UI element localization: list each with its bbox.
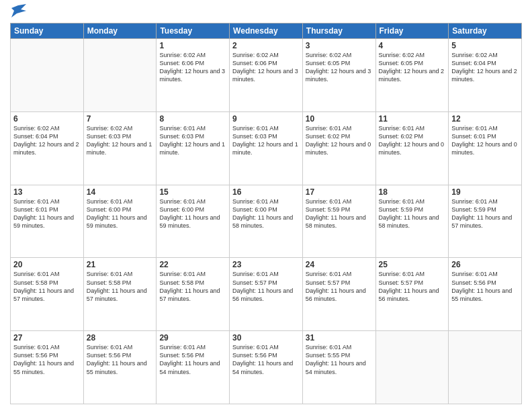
calendar-cell: 26Sunrise: 6:01 AM Sunset: 5:56 PM Dayli… bbox=[449, 258, 522, 331]
calendar-cell: 14Sunrise: 6:01 AM Sunset: 6:00 PM Dayli… bbox=[83, 185, 157, 258]
day-info: Sunrise: 6:01 AM Sunset: 5:56 PM Dayligh… bbox=[451, 270, 519, 303]
day-number: 24 bbox=[306, 260, 373, 269]
weekday-header: Sunday bbox=[11, 24, 84, 39]
day-number: 10 bbox=[306, 114, 373, 124]
day-info: Sunrise: 6:02 AM Sunset: 6:06 PM Dayligh… bbox=[232, 51, 300, 84]
day-info: Sunrise: 6:02 AM Sunset: 6:04 PM Dayligh… bbox=[451, 51, 519, 84]
day-number: 2 bbox=[232, 41, 300, 50]
page: SundayMondayTuesdayWednesdayThursdayFrid… bbox=[0, 0, 532, 411]
weekday-header: Friday bbox=[375, 24, 449, 39]
calendar-cell: 19Sunrise: 6:01 AM Sunset: 5:59 PM Dayli… bbox=[449, 185, 522, 258]
day-info: Sunrise: 6:02 AM Sunset: 6:06 PM Dayligh… bbox=[159, 51, 226, 84]
day-number: 30 bbox=[232, 333, 300, 342]
weekday-header: Tuesday bbox=[157, 24, 230, 39]
day-number: 13 bbox=[13, 187, 81, 197]
day-number: 15 bbox=[159, 187, 226, 197]
day-number: 9 bbox=[232, 114, 300, 124]
day-info: Sunrise: 6:01 AM Sunset: 5:56 PM Dayligh… bbox=[87, 343, 154, 376]
calendar-cell bbox=[375, 331, 449, 404]
weekday-header: Thursday bbox=[302, 24, 375, 39]
day-info: Sunrise: 6:02 AM Sunset: 6:05 PM Dayligh… bbox=[379, 51, 446, 84]
weekday-header: Monday bbox=[83, 24, 157, 39]
calendar-header-row: SundayMondayTuesdayWednesdayThursdayFrid… bbox=[11, 24, 522, 39]
day-info: Sunrise: 6:02 AM Sunset: 6:05 PM Dayligh… bbox=[306, 51, 373, 84]
day-info: Sunrise: 6:01 AM Sunset: 5:59 PM Dayligh… bbox=[451, 197, 519, 230]
day-number: 27 bbox=[13, 333, 81, 342]
day-number: 28 bbox=[87, 333, 154, 342]
calendar-week-row: 20Sunrise: 6:01 AM Sunset: 5:58 PM Dayli… bbox=[11, 258, 522, 331]
day-number: 8 bbox=[159, 114, 226, 124]
day-info: Sunrise: 6:01 AM Sunset: 5:57 PM Dayligh… bbox=[379, 270, 446, 303]
calendar-cell: 21Sunrise: 6:01 AM Sunset: 5:58 PM Dayli… bbox=[83, 258, 157, 331]
day-number: 23 bbox=[232, 260, 300, 269]
calendar-cell: 13Sunrise: 6:01 AM Sunset: 6:01 PM Dayli… bbox=[11, 185, 84, 258]
day-info: Sunrise: 6:02 AM Sunset: 6:03 PM Dayligh… bbox=[87, 124, 154, 157]
day-number: 5 bbox=[451, 41, 519, 50]
calendar-cell: 11Sunrise: 6:01 AM Sunset: 6:02 PM Dayli… bbox=[375, 111, 449, 185]
day-number: 26 bbox=[451, 260, 519, 269]
day-info: Sunrise: 6:01 AM Sunset: 5:59 PM Dayligh… bbox=[306, 197, 373, 230]
day-number: 22 bbox=[159, 260, 226, 269]
calendar-cell: 1Sunrise: 6:02 AM Sunset: 6:06 PM Daylig… bbox=[157, 39, 230, 112]
calendar-cell: 5Sunrise: 6:02 AM Sunset: 6:04 PM Daylig… bbox=[449, 39, 522, 112]
weekday-header: Wednesday bbox=[230, 24, 303, 39]
day-info: Sunrise: 6:01 AM Sunset: 5:58 PM Dayligh… bbox=[159, 270, 226, 303]
day-info: Sunrise: 6:02 AM Sunset: 6:04 PM Dayligh… bbox=[13, 124, 81, 157]
day-number: 4 bbox=[379, 41, 446, 50]
calendar-week-row: 27Sunrise: 6:01 AM Sunset: 5:56 PM Dayli… bbox=[11, 331, 522, 404]
calendar-cell: 22Sunrise: 6:01 AM Sunset: 5:58 PM Dayli… bbox=[157, 258, 230, 331]
calendar-table: SundayMondayTuesdayWednesdayThursdayFrid… bbox=[10, 23, 522, 404]
calendar-cell: 10Sunrise: 6:01 AM Sunset: 6:02 PM Dayli… bbox=[302, 111, 375, 185]
day-info: Sunrise: 6:01 AM Sunset: 5:55 PM Dayligh… bbox=[306, 343, 373, 376]
day-info: Sunrise: 6:01 AM Sunset: 6:03 PM Dayligh… bbox=[232, 124, 300, 157]
day-info: Sunrise: 6:01 AM Sunset: 5:56 PM Dayligh… bbox=[159, 343, 226, 376]
calendar-cell bbox=[11, 39, 84, 112]
day-number: 19 bbox=[451, 187, 519, 197]
calendar-cell bbox=[449, 331, 522, 404]
calendar-cell: 3Sunrise: 6:02 AM Sunset: 6:05 PM Daylig… bbox=[302, 39, 375, 112]
calendar-week-row: 6Sunrise: 6:02 AM Sunset: 6:04 PM Daylig… bbox=[11, 111, 522, 185]
calendar-cell: 27Sunrise: 6:01 AM Sunset: 5:56 PM Dayli… bbox=[11, 331, 84, 404]
day-number: 17 bbox=[306, 187, 373, 197]
calendar-week-row: 13Sunrise: 6:01 AM Sunset: 6:01 PM Dayli… bbox=[11, 185, 522, 258]
day-info: Sunrise: 6:01 AM Sunset: 6:02 PM Dayligh… bbox=[379, 124, 446, 157]
calendar-cell: 30Sunrise: 6:01 AM Sunset: 5:56 PM Dayli… bbox=[230, 331, 303, 404]
day-number: 31 bbox=[306, 333, 373, 342]
day-info: Sunrise: 6:01 AM Sunset: 5:57 PM Dayligh… bbox=[232, 270, 300, 303]
calendar-cell bbox=[83, 39, 157, 112]
day-number: 7 bbox=[87, 114, 154, 124]
day-info: Sunrise: 6:01 AM Sunset: 6:00 PM Dayligh… bbox=[232, 197, 300, 230]
day-number: 6 bbox=[13, 114, 81, 124]
day-info: Sunrise: 6:01 AM Sunset: 5:57 PM Dayligh… bbox=[306, 270, 373, 303]
day-number: 16 bbox=[232, 187, 300, 197]
day-number: 25 bbox=[379, 260, 446, 269]
calendar-cell: 2Sunrise: 6:02 AM Sunset: 6:06 PM Daylig… bbox=[230, 39, 303, 112]
calendar-cell: 7Sunrise: 6:02 AM Sunset: 6:03 PM Daylig… bbox=[83, 111, 157, 185]
day-number: 21 bbox=[87, 260, 154, 269]
calendar-cell: 31Sunrise: 6:01 AM Sunset: 5:55 PM Dayli… bbox=[302, 331, 375, 404]
day-info: Sunrise: 6:01 AM Sunset: 5:59 PM Dayligh… bbox=[379, 197, 446, 230]
calendar-cell: 18Sunrise: 6:01 AM Sunset: 5:59 PM Dayli… bbox=[375, 185, 449, 258]
calendar-cell: 24Sunrise: 6:01 AM Sunset: 5:57 PM Dayli… bbox=[302, 258, 375, 331]
calendar-cell: 28Sunrise: 6:01 AM Sunset: 5:56 PM Dayli… bbox=[83, 331, 157, 404]
day-number: 18 bbox=[379, 187, 446, 197]
logo bbox=[10, 7, 26, 17]
day-info: Sunrise: 6:01 AM Sunset: 5:56 PM Dayligh… bbox=[13, 343, 81, 376]
day-number: 12 bbox=[451, 114, 519, 124]
calendar-cell: 16Sunrise: 6:01 AM Sunset: 6:00 PM Dayli… bbox=[230, 185, 303, 258]
day-info: Sunrise: 6:01 AM Sunset: 6:02 PM Dayligh… bbox=[306, 124, 373, 157]
calendar-cell: 8Sunrise: 6:01 AM Sunset: 6:03 PM Daylig… bbox=[157, 111, 230, 185]
day-info: Sunrise: 6:01 AM Sunset: 6:01 PM Dayligh… bbox=[13, 197, 81, 230]
calendar-cell: 17Sunrise: 6:01 AM Sunset: 5:59 PM Dayli… bbox=[302, 185, 375, 258]
day-number: 1 bbox=[159, 41, 226, 50]
calendar-cell: 9Sunrise: 6:01 AM Sunset: 6:03 PM Daylig… bbox=[230, 111, 303, 185]
calendar-cell: 20Sunrise: 6:01 AM Sunset: 5:58 PM Dayli… bbox=[11, 258, 84, 331]
day-number: 20 bbox=[13, 260, 81, 269]
calendar-cell: 23Sunrise: 6:01 AM Sunset: 5:57 PM Dayli… bbox=[230, 258, 303, 331]
day-info: Sunrise: 6:01 AM Sunset: 6:00 PM Dayligh… bbox=[159, 197, 226, 230]
calendar-cell: 6Sunrise: 6:02 AM Sunset: 6:04 PM Daylig… bbox=[11, 111, 84, 185]
calendar-cell: 4Sunrise: 6:02 AM Sunset: 6:05 PM Daylig… bbox=[375, 39, 449, 112]
day-number: 3 bbox=[306, 41, 373, 50]
day-info: Sunrise: 6:01 AM Sunset: 5:56 PM Dayligh… bbox=[232, 343, 300, 376]
svg-marker-0 bbox=[11, 4, 26, 17]
